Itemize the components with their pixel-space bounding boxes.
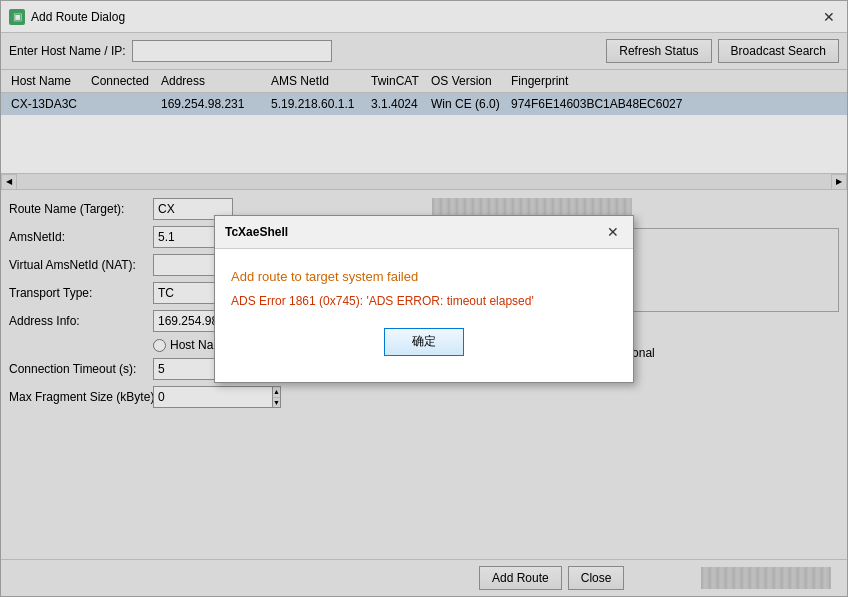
- modal-close-button[interactable]: ✕: [603, 222, 623, 242]
- modal-error-title: Add route to target system failed: [231, 269, 617, 284]
- modal-body: Add route to target system failed ADS Er…: [215, 249, 633, 382]
- main-window: ▣ Add Route Dialog ✕ Enter Host Name / I…: [0, 0, 848, 597]
- modal-ok-button[interactable]: 确定: [384, 328, 464, 356]
- modal-title: TcXaeShell: [225, 225, 288, 239]
- modal-footer: 确定: [231, 328, 617, 366]
- error-modal: TcXaeShell ✕ Add route to target system …: [214, 215, 634, 383]
- modal-title-bar: TcXaeShell ✕: [215, 216, 633, 249]
- modal-overlay: TcXaeShell ✕ Add route to target system …: [1, 1, 847, 596]
- modal-error-message: ADS Error 1861 (0x745): 'ADS ERROR: time…: [231, 294, 617, 308]
